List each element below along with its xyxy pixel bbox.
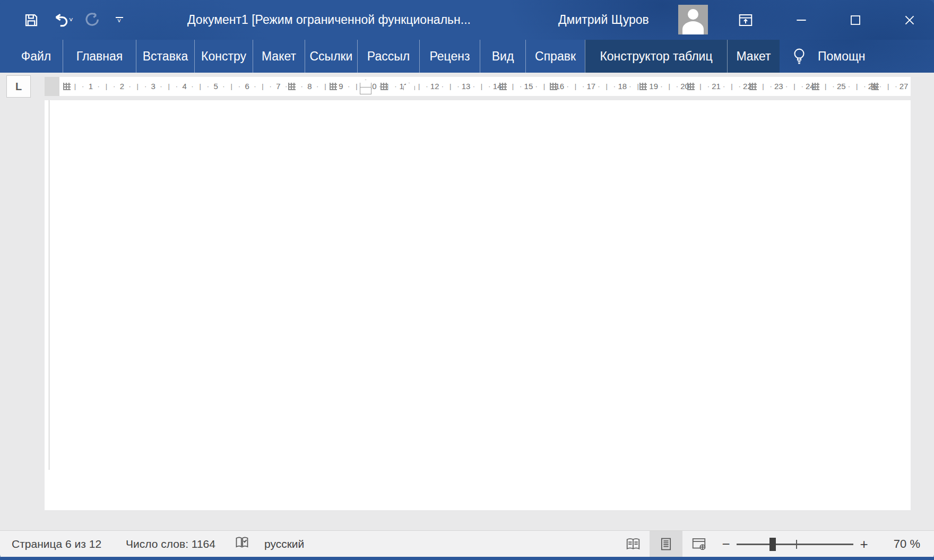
assistant-label[interactable]: Помощн <box>816 40 866 73</box>
ruler-tick: · <box>723 77 725 96</box>
ruler-tick: · <box>769 77 772 96</box>
ruler-tick: | <box>74 77 76 96</box>
ruler-tick: | <box>418 77 420 96</box>
ribbon-tab-макет[interactable]: Макет <box>727 40 780 73</box>
ribbon-tab-констру[interactable]: Констру <box>194 40 253 73</box>
ruler-tick: · <box>473 77 475 96</box>
ruler-number: 13 <box>462 77 471 96</box>
ruler-tick: · <box>238 77 240 96</box>
window-title: Документ1 [Режим ограниченной функционал… <box>187 0 471 40</box>
table-column-marker[interactable] <box>871 83 879 90</box>
redo-icon[interactable] <box>83 11 101 29</box>
ribbon-tab-row: ФайлГлавнаяВставкаКонструМакетСсылкиРасс… <box>0 40 934 73</box>
ribbon-tab-вид[interactable]: Вид <box>480 40 525 73</box>
ribbon-tab-вставка[interactable]: Вставка <box>136 40 194 73</box>
ruler-tick: | <box>731 77 732 96</box>
maximize-icon[interactable] <box>840 0 871 40</box>
ruler-tick: · <box>785 77 788 96</box>
table-column-marker[interactable] <box>687 83 695 90</box>
ribbon-tab-макет[interactable]: Макет <box>253 40 305 73</box>
customize-qat-icon[interactable]: ˅ <box>110 11 128 29</box>
table-column-marker[interactable] <box>749 83 757 90</box>
ruler-number: 6 <box>245 77 249 96</box>
tab-stop-selector[interactable]: L <box>6 75 31 98</box>
save-icon[interactable] <box>22 11 40 29</box>
ruler-tick: · <box>394 77 396 96</box>
word-count-status[interactable]: Число слов: 1164 <box>126 538 215 550</box>
ruler-tick: | <box>856 77 858 96</box>
ruler-tick: · <box>222 77 224 96</box>
ruler-number: 23 <box>774 77 783 96</box>
language-status[interactable]: русский <box>264 538 304 550</box>
ruler-tick: · <box>566 77 568 96</box>
ruler-tick: · <box>832 77 834 96</box>
read-mode-icon[interactable] <box>617 531 650 557</box>
table-column-marker[interactable] <box>499 83 507 90</box>
ruler-tick: · <box>144 77 146 96</box>
ruler-margin-zone <box>45 77 59 96</box>
ruler-tick: · <box>848 77 850 96</box>
ruler-tick: · <box>520 77 522 96</box>
ribbon-tab-конструктор-таблиц[interactable]: Конструктор таблиц <box>585 40 727 73</box>
ribbon-tab-рассыл[interactable]: Рассыл <box>357 40 419 73</box>
ruler-number: 21 <box>712 77 721 96</box>
ribbon-tabs: ФайлГлавнаяВставкаКонструМакетСсылкиРасс… <box>10 40 780 73</box>
table-column-marker[interactable] <box>63 83 71 90</box>
ruler-tick: | <box>668 77 670 96</box>
ruler-tick: · <box>285 77 287 96</box>
title-bar: ˅ ˅ Документ1 [Режим ограниченной функци… <box>0 0 934 40</box>
page-number-status[interactable]: Страница 6 из 12 <box>12 538 101 550</box>
account-user-name[interactable]: Дмитрий Щуров <box>558 0 649 40</box>
table-column-marker[interactable] <box>330 83 337 90</box>
ruler-number: 17 <box>586 77 595 96</box>
left-indent-marker[interactable] <box>360 87 371 94</box>
avatar[interactable] <box>678 5 708 34</box>
undo-dropdown-icon[interactable]: ˅ <box>69 16 73 24</box>
table-column-marker[interactable] <box>380 83 388 90</box>
zoom-slider-thumb[interactable] <box>769 538 776 551</box>
print-layout-icon[interactable] <box>650 531 682 557</box>
ruler-number: 3 <box>151 77 155 96</box>
ruler-tick: · <box>442 77 444 96</box>
ruler-tick: · <box>879 77 881 96</box>
ruler-tick: | <box>106 77 107 96</box>
ruler-tick: · <box>348 77 350 96</box>
zoom-out-icon[interactable]: − <box>715 536 737 553</box>
ruler-tick: | <box>356 77 357 96</box>
ruler-strip[interactable]: 1234567891011121314151617181920212223242… <box>45 77 911 96</box>
assistant-bulb-icon[interactable] <box>780 40 816 73</box>
table-column-marker[interactable] <box>288 83 296 90</box>
ribbon-tab-справк[interactable]: Справк <box>525 40 585 73</box>
document-page[interactable] <box>45 100 911 510</box>
proofing-status-icon[interactable] <box>235 536 249 553</box>
ruler-tick: | <box>481 77 482 96</box>
ribbon-tab-файл[interactable]: Файл <box>10 40 63 73</box>
table-column-marker[interactable] <box>812 83 819 90</box>
web-layout-icon[interactable] <box>682 531 715 557</box>
ribbon-tab-главная[interactable]: Главная <box>63 40 136 73</box>
ruler-tick: · <box>113 77 115 96</box>
zoom-in-icon[interactable]: + <box>853 536 875 553</box>
ruler-number: 15 <box>524 77 533 96</box>
horizontal-ruler: L 12345678910111213141516171819202122232… <box>0 73 934 100</box>
ribbon-tab-реценз[interactable]: Реценз <box>419 40 480 73</box>
ruler-number: 18 <box>618 77 627 96</box>
ruler-tick: | <box>137 77 139 96</box>
ruler-tick: · <box>270 77 272 96</box>
ruler-tick: · <box>613 77 616 96</box>
ruler-tick: · <box>895 77 897 96</box>
ribbon-tab-ссылки[interactable]: Ссылки <box>305 40 357 73</box>
ruler-tick: | <box>637 77 639 96</box>
ruler-tick: | <box>887 77 889 96</box>
table-column-marker[interactable] <box>639 83 647 90</box>
close-icon[interactable] <box>894 0 926 40</box>
table-column-marker[interactable] <box>550 83 557 90</box>
ruler-tick: | <box>168 77 170 96</box>
zoom-level-label[interactable]: 70 % <box>875 537 920 551</box>
undo-icon[interactable] <box>52 11 70 29</box>
ribbon-display-options-icon[interactable] <box>730 0 762 40</box>
ruler-number: 12 <box>430 77 439 96</box>
ruler-tick: | <box>762 77 764 96</box>
minimize-icon[interactable] <box>785 0 817 40</box>
zoom-slider[interactable] <box>737 531 853 557</box>
